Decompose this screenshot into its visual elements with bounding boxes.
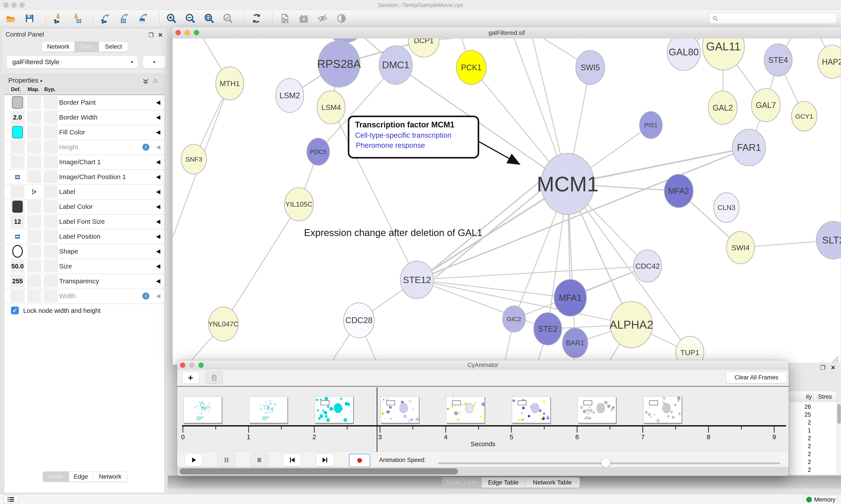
property-row-height[interactable]: Heighti◀ [4, 140, 164, 155]
edge[interactable] [431, 177, 545, 271]
default-cell[interactable] [11, 170, 24, 183]
mapping-cell[interactable] [27, 200, 41, 213]
property-row-label-color[interactable]: Label Color◀ [4, 199, 164, 215]
zoom-fit-button[interactable] [203, 13, 215, 24]
export-web-button[interactable] [279, 13, 291, 24]
add-frame-button[interactable]: + [182, 372, 199, 384]
bypass-cell[interactable] [44, 96, 58, 109]
open-session-button[interactable] [5, 13, 17, 24]
skip-end-button[interactable] [316, 454, 334, 466]
expand-row-icon[interactable]: ◀ [156, 99, 160, 106]
network-canvas[interactable]: DCP1RPS28ADMC1PCK1SWI5GAL80GAL11STE4HAP2… [173, 38, 841, 365]
table-header-row[interactable]: ityStres [789, 391, 836, 402]
edge[interactable] [223, 204, 299, 324]
frame-thumbnail-1s[interactable] [249, 396, 288, 423]
frame-thumbnail-2s[interactable] [315, 396, 353, 423]
expand-row-icon[interactable]: ◀ [156, 129, 160, 136]
search-network-button[interactable] [298, 13, 310, 24]
save-session-button[interactable] [24, 13, 35, 24]
bypass-cell[interactable] [44, 275, 58, 287]
expand-row-icon[interactable]: ◀ [156, 203, 160, 210]
import-table-button[interactable] [71, 13, 83, 24]
bypass-cell[interactable] [44, 260, 58, 273]
close-panel-icon[interactable]: ✕ [158, 32, 163, 38]
zoom-in-button[interactable] [165, 13, 177, 24]
property-row-size[interactable]: 50.0Size◀ [4, 259, 164, 274]
expand-row-icon[interactable]: ◀ [156, 188, 160, 195]
bypass-cell[interactable] [44, 185, 58, 198]
property-row-label[interactable]: Label◀ [4, 184, 164, 200]
timeline-horizontal-scrollbar[interactable] [177, 467, 789, 476]
mapping-cell[interactable] [27, 260, 41, 273]
expand-row-icon[interactable]: ◀ [156, 114, 160, 121]
annotation-box[interactable]: Transcription factor MCM1 Cell-type-spec… [348, 115, 479, 159]
style-options-button[interactable]: ▾ [143, 55, 166, 69]
edge[interactable] [417, 266, 648, 280]
mapping-cell[interactable] [27, 185, 41, 198]
table-row[interactable]: 2 [789, 435, 836, 442]
tab-select[interactable]: Select [99, 41, 128, 52]
cyanimator-titlebar[interactable]: CyAnimator [177, 360, 789, 370]
property-row-image-chart-position-1[interactable]: Image/Chart Position 1◀ [4, 169, 164, 185]
tab-node-table[interactable]: Node Table [442, 477, 482, 488]
bypass-cell[interactable] [44, 230, 58, 243]
delete-frame-button[interactable] [205, 372, 223, 384]
style-selector-dropdown[interactable]: galFiltered Style ▾ [6, 55, 138, 69]
zoom-out-button[interactable] [184, 13, 196, 24]
tab-network[interactable]: Network [42, 41, 75, 52]
refresh-layout-button[interactable] [251, 13, 262, 24]
property-row-border-paint[interactable]: Border Paint◀ [4, 95, 164, 110]
default-cell[interactable] [11, 230, 24, 243]
skip-start-button[interactable] [283, 454, 301, 466]
mapping-cell[interactable] [27, 290, 41, 302]
collapse-all-icon[interactable] [151, 77, 159, 85]
table-vertical-scrollbar[interactable] [837, 402, 841, 474]
bypass-cell[interactable] [44, 245, 58, 258]
expand-all-icon[interactable] [142, 77, 149, 85]
property-row-image-chart-1[interactable]: Image/Chart 1◀ [4, 155, 164, 170]
expand-row-icon[interactable]: ◀ [156, 248, 160, 255]
expand-row-icon[interactable]: ◀ [156, 233, 160, 240]
property-row-shape[interactable]: Shape◀ [4, 244, 164, 259]
mapping-cell[interactable] [27, 141, 41, 154]
tab-node[interactable]: Node [43, 471, 69, 482]
frame-thumbnail-5s[interactable] [512, 396, 550, 423]
expand-row-icon[interactable]: ◀ [156, 292, 160, 299]
property-row-transparency[interactable]: 255Transparency◀ [4, 274, 164, 289]
bypass-cell[interactable] [44, 170, 58, 183]
expand-row-icon[interactable]: ◀ [156, 263, 160, 270]
export-table-button[interactable] [118, 13, 130, 24]
default-cell[interactable] [11, 96, 24, 109]
bypass-cell[interactable] [44, 200, 58, 213]
zoom-selected-button[interactable] [222, 13, 234, 24]
export-image-button[interactable] [137, 13, 149, 24]
search-box[interactable] [709, 13, 837, 24]
frame-thumbnail-7s[interactable] [643, 396, 682, 423]
mapping-cell[interactable] [27, 170, 41, 183]
table-row[interactable]: 2 [789, 419, 836, 426]
tab-edge-table[interactable]: Edge Table [482, 477, 525, 488]
frame-thumbnail-6s[interactable] [577, 396, 616, 423]
table-row[interactable]: 1 [789, 427, 836, 434]
default-cell[interactable] [11, 141, 24, 154]
float-panel-icon[interactable]: ❐ [820, 364, 825, 371]
default-cell[interactable] [11, 156, 24, 168]
mapping-cell[interactable] [27, 215, 41, 228]
table-row[interactable]: 2 [789, 443, 836, 450]
hide-details-button[interactable] [317, 13, 328, 24]
default-cell[interactable]: 12 [11, 215, 24, 228]
default-cell[interactable]: 255 [11, 275, 24, 287]
frame-thumbnail-4s[interactable] [446, 396, 485, 423]
bypass-cell[interactable] [44, 141, 58, 154]
bypass-cell[interactable] [44, 126, 58, 139]
frame-thumbnail-3s[interactable] [380, 396, 419, 423]
expand-row-icon[interactable]: ◀ [156, 218, 160, 225]
network-window-titlebar[interactable]: galFiltered.sif [173, 27, 841, 39]
default-cell[interactable] [11, 200, 24, 213]
mapping-cell[interactable] [27, 275, 41, 287]
mapping-cell[interactable] [27, 245, 41, 258]
show-details-button[interactable] [336, 13, 347, 24]
tab-style[interactable]: Style [75, 41, 99, 52]
expand-row-icon[interactable]: ◀ [156, 144, 160, 150]
memory-button[interactable]: Memory [804, 495, 838, 504]
